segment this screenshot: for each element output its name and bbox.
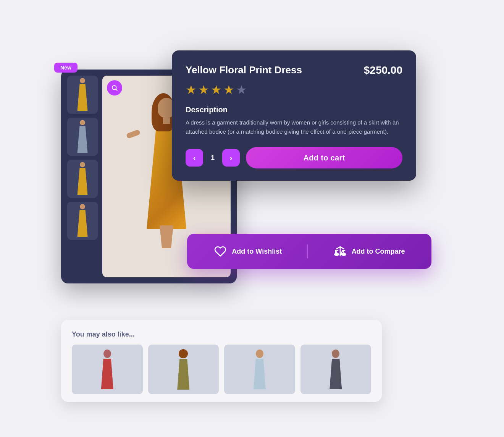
star-5: ★: [236, 83, 247, 97]
add-to-cart-row: ‹ 1 › Add to cart: [186, 147, 402, 168]
product-price: $250.00: [364, 64, 402, 76]
also-like-section: You may also like...: [61, 320, 382, 402]
star-1: ★: [186, 83, 197, 97]
add-to-wishlist-button[interactable]: Add to Wishlist: [213, 244, 282, 258]
thumbnail-column: [67, 76, 98, 277]
product-title: Yellow Floral Print Dress: [186, 64, 302, 76]
wishlist-compare-card: Add to Wishlist Add to Compare: [187, 234, 431, 269]
thumbnail-4[interactable]: [67, 202, 98, 240]
also-like-title: You may also like...: [72, 330, 371, 338]
quantity-increase-button[interactable]: ›: [222, 149, 240, 167]
also-like-item-2[interactable]: [148, 345, 219, 394]
star-2: ★: [198, 83, 209, 97]
thumbnail-1[interactable]: [67, 76, 98, 114]
add-to-cart-button[interactable]: Add to cart: [246, 147, 402, 168]
also-like-item-3[interactable]: [224, 345, 295, 394]
description-text: A dress is a garment traditionally worn …: [186, 118, 402, 136]
compare-label: Add to Compare: [352, 248, 405, 256]
chevron-left-icon: ‹: [193, 154, 196, 162]
product-page-scene: New: [42, 28, 462, 409]
also-like-item-1[interactable]: [72, 345, 143, 394]
also-like-grid: [72, 345, 371, 394]
heart-icon: [213, 244, 227, 258]
star-3: ★: [211, 83, 222, 97]
add-to-compare-button[interactable]: Add to Compare: [333, 244, 405, 258]
wishlist-compare-divider: [307, 244, 308, 258]
description-heading: Description: [186, 105, 402, 114]
thumbnail-2[interactable]: [67, 118, 98, 156]
wishlist-label: Add to Wishlist: [232, 248, 282, 256]
rating-stars: ★ ★ ★ ★ ★: [186, 83, 402, 97]
new-badge: New: [54, 63, 78, 73]
star-4: ★: [223, 83, 234, 97]
svg-line-1: [116, 89, 117, 90]
quantity-value: 1: [203, 149, 222, 167]
quantity-control: ‹ 1 ›: [186, 149, 240, 167]
product-header: Yellow Floral Print Dress $250.00: [186, 64, 402, 76]
also-like-item-4[interactable]: [300, 345, 372, 394]
quantity-decrease-button[interactable]: ‹: [186, 149, 203, 167]
product-detail-card: Yellow Floral Print Dress $250.00 ★ ★ ★ …: [172, 50, 416, 181]
chevron-right-icon: ›: [230, 154, 233, 162]
zoom-button[interactable]: [107, 80, 122, 95]
thumbnail-3[interactable]: [67, 160, 98, 198]
scale-icon: [333, 244, 347, 258]
